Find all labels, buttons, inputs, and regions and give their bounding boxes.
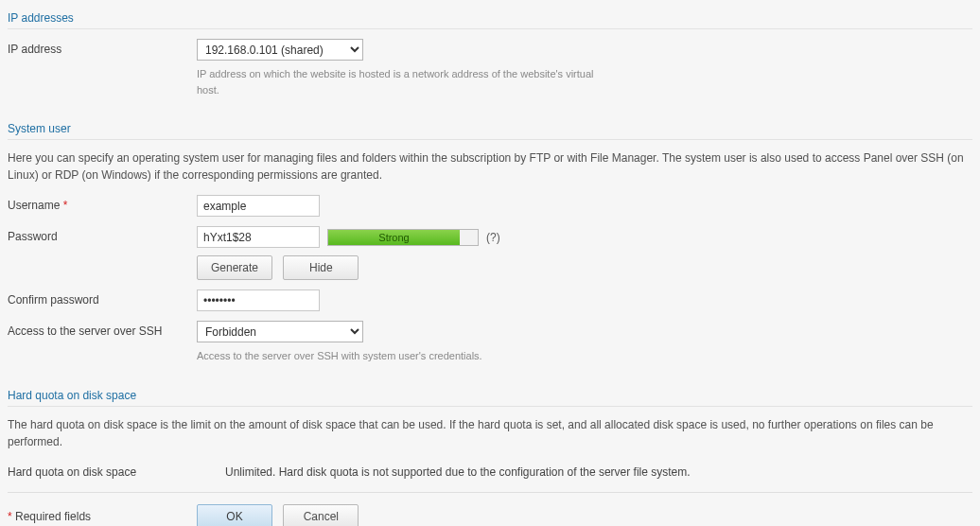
ssh-label: Access to the server over SSH [8,321,197,338]
confirm-password-input[interactable] [197,289,320,311]
ssh-hint: Access to the server over SSH with syste… [197,348,972,364]
generate-button[interactable]: Generate [197,255,272,280]
password-help-link[interactable]: (?) [486,231,500,244]
ip-address-label: IP address [8,39,197,56]
username-label: Username [8,199,60,212]
hide-button[interactable]: Hide [283,255,359,280]
quota-value: Unlimited. Hard disk quota is not suppor… [225,462,972,479]
password-strength-label: Strong [328,230,460,245]
cancel-button[interactable]: Cancel [283,504,359,527]
password-label: Password [8,226,197,243]
confirm-password-label: Confirm password [8,289,197,307]
ip-address-hint: IP address on which the website is hoste… [197,66,594,97]
required-fields-text: Required fields [12,510,91,523]
ssh-select[interactable]: Forbidden [197,321,363,342]
ip-address-select[interactable]: 192.168.0.101 (shared) [197,39,363,61]
quota-desc: The hard quota on disk space is the limi… [8,416,972,450]
system-user-desc: Here you can specify an operating system… [8,149,972,184]
ok-button[interactable]: OK [197,504,272,527]
username-input[interactable] [197,195,320,217]
section-title-user: System user [8,118,972,140]
section-title-quota: Hard quota on disk space [8,385,972,407]
footer-divider [8,492,972,493]
section-title-ip: IP addresses [8,8,972,29]
password-input[interactable] [197,226,320,248]
quota-label: Hard quota on disk space [8,462,225,479]
required-asterisk: * [63,199,68,212]
password-strength-bar: Strong [327,229,479,246]
